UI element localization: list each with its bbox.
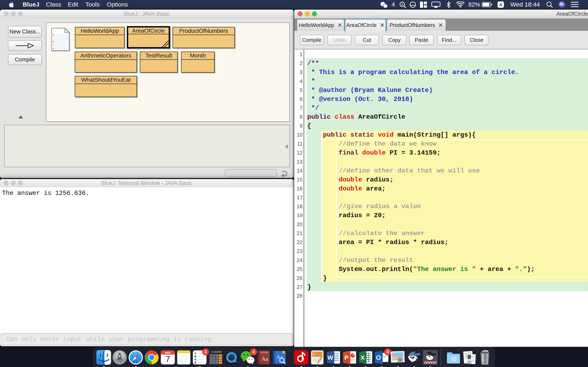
svg-text:Aa: Aa (277, 354, 283, 360)
svg-text:NOV: NOV (165, 351, 171, 354)
svg-text:Aa: Aa (261, 356, 268, 362)
svg-text:W: W (328, 354, 333, 361)
svg-text:O: O (376, 354, 381, 361)
svg-text:A: A (401, 3, 403, 6)
svg-text:A: A (499, 2, 502, 7)
svg-text:Dictionary: Dictionary (261, 351, 268, 353)
svg-text:X: X (361, 354, 365, 361)
svg-text:3.141593: 3.141593 (211, 350, 221, 353)
svg-text:7: 7 (165, 355, 170, 364)
svg-text:P: P (345, 354, 348, 361)
